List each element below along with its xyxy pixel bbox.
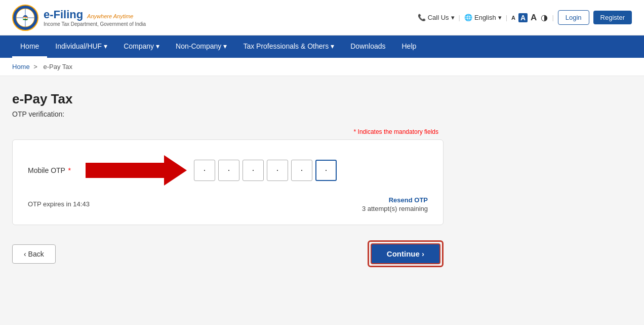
mandatory-note: * Indicates the mandatory fields	[12, 128, 444, 135]
otp-label: Mobile OTP *	[28, 166, 78, 174]
otp-inputs	[194, 160, 337, 181]
otp-bottom-info: OTP expires in 14:43 Resend OTP 3 attemp…	[28, 196, 428, 212]
resend-otp-link[interactable]: Resend OTP	[389, 196, 428, 204]
otp-card: Mobile OTP * OTP expires in 14:43	[12, 139, 444, 225]
logo-area: 🇮🇳 e-Filing Anywhere Anytime Income Tax …	[12, 5, 146, 31]
logo-efiling: e-Filing Anywhere Anytime	[44, 8, 146, 21]
main-content: e-Pay Tax OTP verification: * Indicates …	[0, 76, 456, 282]
login-button[interactable]: Login	[558, 10, 589, 25]
otp-right-info: Resend OTP 3 attempt(s) remaining	[362, 196, 428, 212]
svg-text:🇮🇳: 🇮🇳	[23, 16, 28, 21]
emblem-icon: 🇮🇳	[12, 5, 38, 31]
tax-professionals-chevron-icon: ▾	[331, 42, 334, 50]
page-subtitle: OTP verification:	[12, 110, 444, 118]
otp-digit-3[interactable]	[243, 160, 264, 181]
font-normal-button[interactable]: A	[518, 13, 528, 22]
logo-subtitle: Income Tax Department, Government of Ind…	[44, 21, 146, 27]
breadcrumb-home[interactable]: Home	[12, 63, 30, 70]
font-increase-button[interactable]: A	[531, 13, 537, 23]
otp-digit-2[interactable]	[218, 160, 239, 181]
continue-button[interactable]: Continue ›	[371, 243, 440, 264]
call-us-dropdown[interactable]: 📞 Call Us ▾	[418, 14, 455, 21]
otp-digit-4[interactable]	[267, 160, 288, 181]
font-decrease-button[interactable]: A	[511, 15, 515, 21]
nav-item-help[interactable]: Help	[394, 35, 425, 58]
otp-digit-6[interactable]	[315, 160, 337, 181]
nav-item-company[interactable]: Company ▾	[115, 35, 168, 58]
nav-item-tax-professionals[interactable]: Tax Professionals & Others ▾	[235, 35, 342, 58]
call-chevron-icon: ▾	[451, 14, 455, 21]
register-button[interactable]: Register	[593, 11, 632, 24]
breadcrumb-separator: >	[33, 63, 37, 70]
nav-item-non-company[interactable]: Non-Company ▾	[168, 35, 235, 58]
otp-digit-1[interactable]	[194, 160, 215, 181]
header-utilities: 📞 Call Us ▾ | 🌐 English ▾ | A A A ◑ | Lo…	[418, 10, 632, 25]
main-nav: Home Individual/HUF ▾ Company ▾ Non-Comp…	[0, 35, 644, 58]
continue-wrapper: Continue ›	[368, 240, 444, 267]
non-company-chevron-icon: ▾	[223, 42, 227, 50]
page-title: e-Pay Tax	[12, 91, 444, 107]
attempts-remaining: 3 attempt(s) remaining	[362, 205, 428, 212]
globe-icon: 🌐	[464, 14, 472, 21]
nav-item-individual[interactable]: Individual/HUF ▾	[47, 35, 115, 58]
font-controls: A A A	[511, 13, 537, 23]
individual-chevron-icon: ▾	[104, 42, 107, 50]
back-button[interactable]: ‹ Back	[12, 244, 56, 264]
otp-expires: OTP expires in 14:43	[28, 200, 90, 208]
breadcrumb-current: e-Pay Tax	[44, 63, 73, 70]
otp-input-row: Mobile OTP *	[28, 155, 428, 186]
contrast-button[interactable]: ◑	[541, 13, 548, 22]
svg-marker-6	[86, 155, 187, 186]
company-chevron-icon: ▾	[156, 42, 159, 50]
nav-item-downloads[interactable]: Downloads	[342, 35, 393, 58]
language-dropdown[interactable]: 🌐 English ▾	[464, 14, 502, 21]
action-buttons: ‹ Back Continue ›	[12, 240, 444, 267]
breadcrumb: Home > e-Pay Tax	[0, 58, 644, 76]
nav-item-home[interactable]: Home	[12, 35, 47, 58]
lang-chevron-icon: ▾	[498, 14, 502, 21]
logo-text: e-Filing Anywhere Anytime Income Tax Dep…	[44, 8, 146, 27]
arrow-annotation	[86, 155, 187, 186]
red-arrow-icon	[86, 155, 187, 186]
top-header: 🇮🇳 e-Filing Anywhere Anytime Income Tax …	[0, 0, 644, 35]
phone-icon: 📞	[418, 14, 426, 21]
otp-digit-5[interactable]	[291, 160, 312, 181]
